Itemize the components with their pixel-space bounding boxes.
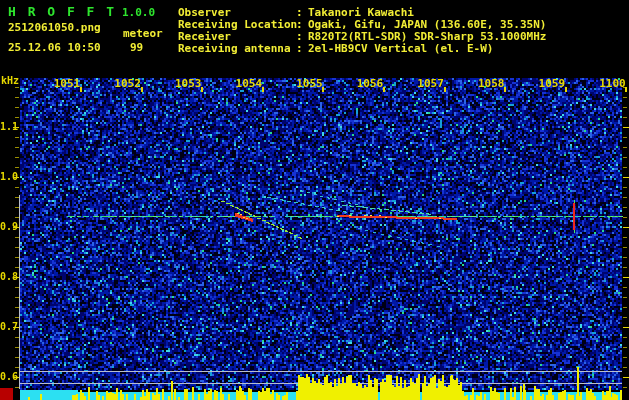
info-row-antenna: Receiving antenna:2el-HB9CV Vertical (el… xyxy=(178,42,493,55)
app-title: H R O F F T xyxy=(8,4,116,19)
text-layer: H R O F F T 1.0.0 2512061050.png meteor … xyxy=(0,0,629,400)
capture-datetime: 25.12.06 10:50 xyxy=(8,41,101,54)
hrofft-window: H R O F F T 1.0.0 2512061050.png meteor … xyxy=(0,0,629,400)
info-value: 2el-HB9CV Vertical (el. E-W) xyxy=(308,42,493,55)
capture-filename: 2512061050.png xyxy=(8,21,101,34)
capture-mode: meteor xyxy=(123,27,163,40)
freq-tick-label: 1.0 xyxy=(0,172,13,182)
freq-tick-label: 0.9 xyxy=(0,222,13,232)
info-label: Receiving antenna xyxy=(178,42,296,55)
time-tick-label: 1056 xyxy=(348,78,392,89)
time-tick-label: 1054 xyxy=(227,78,271,89)
freq-axis-unit: kHz xyxy=(1,75,19,86)
time-tick-label: 1057 xyxy=(409,78,453,89)
freq-tick-label: 0.6 xyxy=(0,372,13,382)
freq-tick-label: 0.8 xyxy=(0,272,13,282)
time-tick-label: 1052 xyxy=(106,78,150,89)
echo-count: 99 xyxy=(130,41,143,54)
time-tick-label: 1053 xyxy=(166,78,210,89)
time-tick-label: 1055 xyxy=(287,78,331,89)
info-colon: : xyxy=(296,42,308,55)
time-tick-label: 1100 xyxy=(590,78,629,89)
app-version: 1.0.0 xyxy=(122,6,155,19)
time-tick-label: 1051 xyxy=(45,78,89,89)
freq-tick-label: 0.7 xyxy=(0,322,13,332)
freq-tick-label: 1.1 xyxy=(0,122,13,132)
time-tick-label: 1059 xyxy=(530,78,574,89)
time-tick-label: 1058 xyxy=(469,78,513,89)
